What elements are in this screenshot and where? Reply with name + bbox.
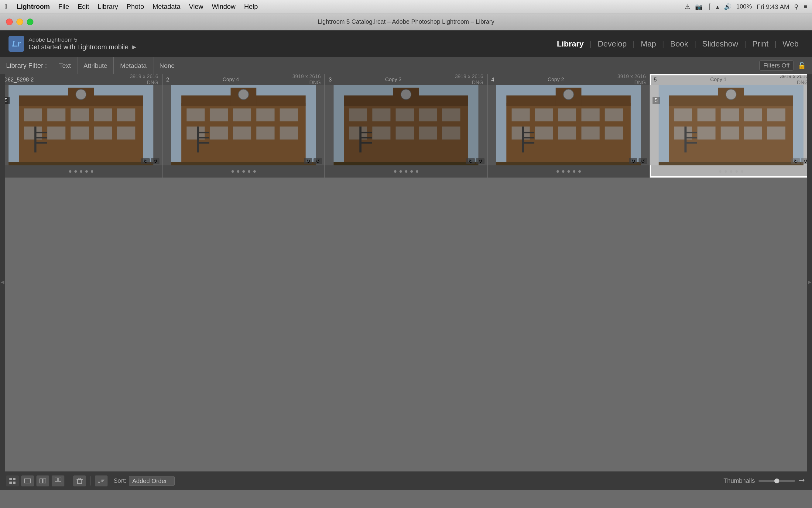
svg-rect-56 xyxy=(362,132,372,133)
svg-rect-29 xyxy=(280,109,298,122)
photo-number-2: 2 xyxy=(166,77,169,83)
slider-handle[interactable] xyxy=(774,478,779,483)
rotate-left-btn[interactable]: ↻ xyxy=(141,158,150,164)
photo-cell-5[interactable]: 5 Copy 1 3919 x 2616 DNG xyxy=(650,74,812,177)
nav-library[interactable]: Library xyxy=(552,37,588,51)
filter-tab-text[interactable]: Text xyxy=(53,57,77,74)
photo-img-4[interactable] xyxy=(487,85,650,165)
photo-tools-2: ↻ ↺ xyxy=(304,158,322,164)
photo-strip: D62_5298-2 3919 x 2616 DNG xyxy=(0,74,812,177)
filter-lock-icon[interactable]: 🔓 xyxy=(798,62,806,70)
filter-tab-none[interactable]: None xyxy=(153,57,181,74)
sort-select[interactable]: Added Order xyxy=(129,476,175,486)
compare-view-button[interactable] xyxy=(37,475,49,486)
photo-number-4: 4 xyxy=(491,77,494,83)
maximize-button[interactable] xyxy=(27,18,34,25)
menu-file[interactable]: File xyxy=(58,3,69,11)
menu-window[interactable]: Window xyxy=(212,3,235,11)
svg-rect-98 xyxy=(686,142,697,143)
menu-library[interactable]: Library xyxy=(97,3,118,11)
survey-view-button[interactable] xyxy=(52,475,64,486)
svg-rect-88 xyxy=(744,109,762,122)
filter-tab-metadata[interactable]: Metadata xyxy=(113,57,153,74)
photo-img-2[interactable] xyxy=(162,85,325,165)
svg-rect-68 xyxy=(581,109,600,122)
photo-dots-3 xyxy=(328,170,484,173)
svg-rect-93 xyxy=(744,126,762,139)
svg-rect-54 xyxy=(442,126,461,139)
rotate-right-btn-4[interactable]: ↺ xyxy=(638,158,647,164)
svg-rect-79 xyxy=(496,162,641,165)
svg-rect-94 xyxy=(767,126,785,139)
rotate-left-btn-4[interactable]: ↻ xyxy=(629,158,637,164)
svg-rect-86 xyxy=(698,109,716,122)
photo-filetype-2: DNG xyxy=(309,80,321,86)
nav-sep-4: | xyxy=(694,40,696,48)
nav-print[interactable]: Print xyxy=(747,37,773,51)
svg-rect-13 xyxy=(94,126,112,139)
svg-rect-57 xyxy=(362,137,372,138)
dot xyxy=(237,170,239,173)
apple-menu[interactable]:  xyxy=(5,3,7,10)
svg-rect-71 xyxy=(535,126,553,139)
grid-view-button[interactable] xyxy=(6,475,19,486)
svg-rect-32 xyxy=(233,126,251,139)
svg-rect-102 xyxy=(9,481,12,484)
rotate-left-btn-5[interactable]: ↻ xyxy=(791,158,800,164)
photo-copy-4: Copy 2 xyxy=(548,77,564,83)
photo-cell-4[interactable]: 4 Copy 2 3919 x 2616 DNG xyxy=(487,74,650,177)
menu-help[interactable]: Help xyxy=(244,3,257,11)
svg-rect-91 xyxy=(698,126,716,139)
rotate-right-btn-2[interactable]: ↺ xyxy=(314,158,322,164)
photo-img-5[interactable]: 5 xyxy=(650,85,812,165)
slider-expand-icon[interactable] xyxy=(799,477,806,484)
svg-rect-37 xyxy=(199,137,209,138)
photo-cell-1[interactable]: D62_5298-2 3919 x 2616 DNG xyxy=(0,74,162,177)
dot xyxy=(248,170,250,173)
nav-develop[interactable]: Develop xyxy=(593,37,631,51)
nav-web[interactable]: Web xyxy=(778,37,804,51)
svg-rect-15 xyxy=(34,126,37,152)
filter-right: Filters Off 🔓 xyxy=(759,60,806,71)
dot xyxy=(730,170,732,173)
menu-metadata[interactable]: Metadata xyxy=(152,3,181,11)
photo-img-1[interactable]: 5 xyxy=(0,85,162,165)
rotate-left-btn-3[interactable]: ↻ xyxy=(466,158,475,164)
battery-icon: 100% xyxy=(736,3,752,10)
photo-img-3[interactable] xyxy=(325,85,487,165)
sort-direction-button[interactable] xyxy=(95,475,107,486)
menu-photo[interactable]: Photo xyxy=(127,3,144,11)
photo-cell-3[interactable]: 3 Copy 3 3919 x 2616 DNG xyxy=(325,74,487,177)
menu-lightroom[interactable]: Lightroom xyxy=(17,3,50,11)
photo-cell-header-3: 3 Copy 3 3919 x 2616 DNG xyxy=(325,74,487,85)
rotate-right-btn[interactable]: ↺ xyxy=(151,158,159,164)
nav-sep-1: | xyxy=(590,40,591,48)
nav-book[interactable]: Book xyxy=(665,37,693,51)
rotate-left-btn-2[interactable]: ↻ xyxy=(304,158,312,164)
filters-off-button[interactable]: Filters Off xyxy=(759,60,794,71)
right-panel-handle[interactable]: ▶ xyxy=(807,74,812,490)
search-icon[interactable]: ⚲ xyxy=(794,3,799,10)
left-panel-handle[interactable]: ◀ xyxy=(0,74,5,490)
photo-cell-2[interactable]: 2 Copy 4 3919 x 2616 DNG xyxy=(162,74,325,177)
nav-slideshow[interactable]: Slideshow xyxy=(698,37,743,51)
toolbar-left xyxy=(6,475,107,486)
photo-badge-5: 5 xyxy=(653,97,660,104)
nav-sep-6: | xyxy=(775,40,776,48)
menu-edit[interactable]: Edit xyxy=(78,3,89,11)
minimize-button[interactable] xyxy=(16,18,23,25)
photo-filetype-5: DNG xyxy=(797,80,808,86)
nav-map[interactable]: Map xyxy=(636,37,661,51)
delete-button[interactable] xyxy=(73,475,86,486)
photo-dims-3: 3919 x 2616 xyxy=(455,74,483,80)
rotate-right-btn-3[interactable]: ↺ xyxy=(476,158,484,164)
thumbnail-size-slider[interactable] xyxy=(759,480,795,482)
close-button[interactable] xyxy=(6,18,13,25)
menu-view[interactable]: View xyxy=(189,3,203,11)
loupe-view-button[interactable] xyxy=(21,475,34,486)
nav-sep-2: | xyxy=(633,40,634,48)
dot xyxy=(719,170,721,173)
dot xyxy=(741,170,743,173)
lr-mobile-link[interactable]: Get started with Lightroom mobile ► xyxy=(29,43,138,51)
filter-tab-attribute[interactable]: Attribute xyxy=(77,57,113,74)
